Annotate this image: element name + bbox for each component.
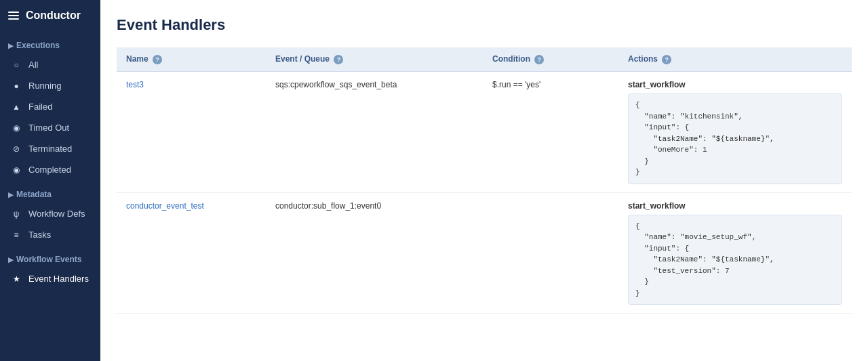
table-row: test3sqs:cpeworkflow_sqs_event_beta$.run… — [117, 72, 852, 193]
executions-section: ▶ Executions ○ All ● Running ▲ Failed ◉ … — [0, 34, 100, 180]
col-header-event: Event / Queue ? — [266, 47, 483, 72]
cell-condition — [483, 192, 618, 314]
sidebar-item-all[interactable]: ○ All — [0, 54, 100, 75]
event-handlers-table: Name ? Event / Queue ? Condition ? Actio… — [117, 47, 852, 314]
terminated-icon: ⊘ — [11, 144, 22, 154]
metadata-label: Metadata — [16, 190, 52, 199]
sidebar-item-timed-out[interactable]: ◉ Timed Out — [0, 117, 100, 138]
sidebar-item-label: Timed Out — [28, 123, 69, 133]
workflow-defs-icon: ψ — [11, 209, 22, 219]
running-icon: ● — [11, 81, 22, 91]
metadata-chevron: ▶ — [8, 191, 14, 198]
sidebar-item-label: Event Handlers — [28, 274, 89, 284]
sidebar-item-event-handlers[interactable]: ★ Event Handlers — [0, 268, 100, 289]
executions-chevron: ▶ — [8, 42, 14, 49]
sidebar-title: Conductor — [26, 9, 81, 22]
col-header-actions: Actions ? — [618, 47, 852, 72]
table-header-row: Name ? Event / Queue ? Condition ? Actio… — [117, 47, 852, 72]
failed-icon: ▲ — [11, 102, 22, 112]
sidebar-item-running[interactable]: ● Running — [0, 75, 100, 96]
cell-condition: $.run == 'yes' — [483, 72, 618, 193]
sidebar-item-label: Workflow Defs — [28, 209, 85, 219]
sidebar-item-terminated[interactable]: ⊘ Terminated — [0, 138, 100, 159]
action-code: { "name": "kitchensink", "input": { "tas… — [628, 93, 842, 184]
sidebar-item-label: Failed — [28, 102, 52, 112]
row-name-link[interactable]: test3 — [126, 80, 144, 89]
table-body: test3sqs:cpeworkflow_sqs_event_beta$.run… — [117, 72, 852, 314]
condition-help-icon[interactable]: ? — [534, 55, 544, 64]
tasks-icon: ≡ — [11, 230, 22, 240]
sidebar: Conductor ▶ Executions ○ All ● Running ▲… — [0, 0, 100, 361]
action-label: start_workflow — [628, 201, 842, 211]
sidebar-item-failed[interactable]: ▲ Failed — [0, 96, 100, 117]
cell-actions: start_workflow{ "name": "movie_setup_wf"… — [618, 192, 852, 314]
executions-label: Executions — [16, 41, 60, 50]
all-icon: ○ — [11, 60, 22, 70]
timed-out-icon: ◉ — [11, 123, 22, 133]
sidebar-item-label: All — [28, 60, 38, 70]
sidebar-item-workflow-defs[interactable]: ψ Workflow Defs — [0, 203, 100, 224]
cell-name: conductor_event_test — [117, 192, 266, 314]
metadata-section: ▶ Metadata ψ Workflow Defs ≡ Tasks — [0, 183, 100, 245]
workflow-events-label: Workflow Events — [16, 255, 81, 264]
row-name-link[interactable]: conductor_event_test — [126, 201, 204, 211]
sidebar-item-tasks[interactable]: ≡ Tasks — [0, 224, 100, 245]
event-help-icon[interactable]: ? — [334, 55, 343, 64]
completed-icon: ◉ — [11, 165, 22, 175]
page-title: Event Handlers — [117, 16, 852, 34]
name-help-icon[interactable]: ? — [153, 55, 162, 64]
col-header-name: Name ? — [117, 47, 266, 72]
sidebar-item-label: Running — [28, 81, 61, 91]
metadata-group[interactable]: ▶ Metadata — [0, 183, 100, 203]
sidebar-item-completed[interactable]: ◉ Completed — [0, 159, 100, 180]
cell-event: sqs:cpeworkflow_sqs_event_beta — [266, 72, 483, 193]
sidebar-item-label: Tasks — [28, 230, 51, 240]
workflow-events-chevron: ▶ — [8, 256, 14, 263]
sidebar-header: Conductor — [0, 0, 100, 31]
cell-actions: start_workflow{ "name": "kitchensink", "… — [618, 72, 852, 193]
workflow-events-group[interactable]: ▶ Workflow Events — [0, 248, 100, 268]
cell-event: conductor:sub_flow_1:event0 — [266, 192, 483, 314]
sidebar-item-label: Terminated — [28, 144, 72, 154]
hamburger-menu[interactable] — [8, 12, 19, 20]
sidebar-item-label: Completed — [28, 165, 71, 175]
table-row: conductor_event_testconductor:sub_flow_1… — [117, 192, 852, 314]
actions-help-icon[interactable]: ? — [662, 55, 671, 64]
workflow-events-section: ▶ Workflow Events ★ Event Handlers — [0, 248, 100, 289]
main-content: Event Handlers Name ? Event / Queue ? Co… — [100, 0, 868, 361]
executions-group[interactable]: ▶ Executions — [0, 34, 100, 54]
action-label: start_workflow — [628, 80, 842, 89]
action-code: { "name": "movie_setup_wf", "input": { "… — [628, 215, 842, 305]
col-header-condition: Condition ? — [483, 47, 618, 72]
event-handlers-icon: ★ — [11, 274, 22, 284]
cell-name: test3 — [117, 72, 266, 193]
